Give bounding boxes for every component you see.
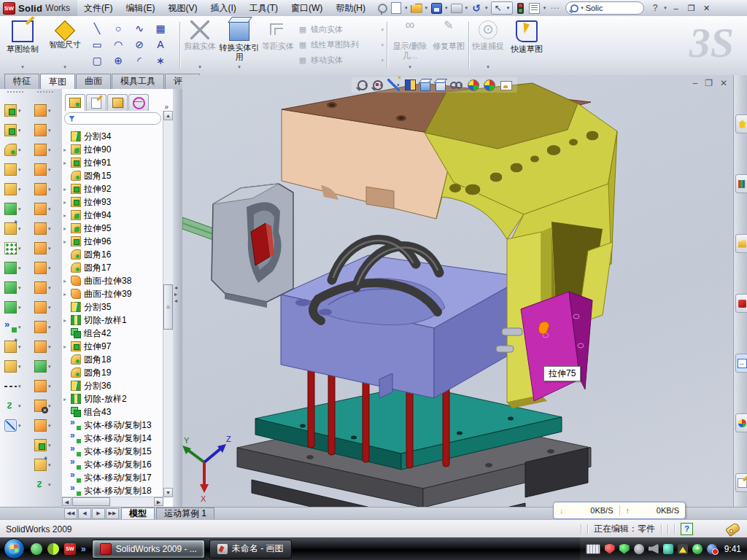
tree-item[interactable]: 实体-移动/复制13 bbox=[63, 419, 161, 432]
feature-tool-button[interactable]: ▾ bbox=[1, 298, 26, 317]
menu-item[interactable]: 窗口(W) bbox=[285, 1, 329, 16]
task-pane-tab[interactable] bbox=[735, 294, 747, 313]
surface-tool-button[interactable]: ▾ bbox=[31, 337, 56, 357]
tree-item[interactable]: 切除-放样2 bbox=[63, 392, 161, 405]
next-tab-button[interactable]: ▶ bbox=[92, 508, 105, 519]
view-tool-button[interactable]: ▾ bbox=[373, 80, 383, 90]
tree-item[interactable]: 拉伸93 bbox=[63, 195, 161, 209]
surface-tool-button[interactable]: ▾ bbox=[31, 258, 56, 278]
tree-item[interactable]: 组合43 bbox=[63, 405, 161, 419]
status-help-icon[interactable]: ? bbox=[681, 523, 693, 535]
surface-tool-button[interactable]: ▾ bbox=[31, 396, 56, 416]
expand-arrow[interactable] bbox=[63, 186, 71, 192]
taskbar-window-button[interactable]: SolidWorks 2009 - ... bbox=[92, 540, 205, 559]
tray-icon[interactable] bbox=[619, 544, 630, 554]
sketch-entity-icon[interactable]: ▢ bbox=[90, 52, 112, 69]
tree-filter-box[interactable] bbox=[64, 112, 161, 125]
feature-tool-button[interactable]: ▾ bbox=[1, 160, 26, 179]
surface-tool-button[interactable]: ▾ bbox=[31, 179, 56, 199]
view-tool-button[interactable]: ▾ bbox=[387, 79, 400, 91]
pattern-stack-item[interactable]: ▦ 移动实体 ▾ bbox=[298, 52, 384, 68]
view-tool-button[interactable]: ▾ bbox=[468, 79, 479, 91]
expand-arrow[interactable] bbox=[63, 147, 71, 153]
surface-tool-button[interactable]: ▾ bbox=[31, 475, 56, 494]
select-tool[interactable]: ↖▾ bbox=[491, 1, 513, 15]
task-pane-tab[interactable] bbox=[735, 354, 747, 373]
last-tab-button[interactable]: ▶▶ bbox=[106, 508, 119, 519]
tree-vertical-scrollbar[interactable]: ▲ ▼ bbox=[163, 111, 173, 497]
tree-item[interactable]: 组合42 bbox=[63, 327, 161, 340]
model-tab[interactable]: 模型 bbox=[121, 508, 155, 519]
feature-tool-button[interactable]: ▾ bbox=[1, 238, 26, 258]
tree-item[interactable]: 曲面-拉伸38 bbox=[63, 274, 161, 287]
sketch-entity-icon[interactable]: ◜ bbox=[133, 52, 154, 69]
feature-tool-button[interactable]: ▾ bbox=[1, 199, 26, 219]
tree-item[interactable]: 拉伸94 bbox=[63, 209, 161, 222]
tree-horizontal-scrollbar[interactable]: ◀ ▶ bbox=[62, 497, 163, 507]
feature-tool-button[interactable]: ▾ bbox=[1, 140, 26, 160]
tree-item[interactable]: 圆角15 bbox=[63, 169, 161, 182]
feature-tool-button[interactable]: ▾ bbox=[1, 219, 26, 238]
sketch-entity-icon[interactable]: ∗ bbox=[154, 52, 175, 69]
expand-arrow[interactable] bbox=[63, 396, 71, 402]
close-button[interactable]: ✕ bbox=[700, 2, 713, 14]
surface-tool-button[interactable]: ▾ bbox=[31, 199, 56, 219]
surface-tool-button[interactable]: ▾ bbox=[31, 160, 56, 179]
scrollbar-thumb[interactable] bbox=[163, 284, 173, 330]
save-icon[interactable] bbox=[430, 2, 442, 14]
scroll-left-button[interactable]: ◀ bbox=[62, 497, 71, 506]
feature-tool-button[interactable]: ▾ bbox=[1, 357, 26, 376]
tree-item[interactable]: 实体-移动/复制16 bbox=[63, 458, 161, 471]
toolbar-drag-handle[interactable] bbox=[7, 91, 23, 98]
feature-tool-button[interactable]: ▾ bbox=[1, 101, 26, 120]
tray-icon[interactable] bbox=[634, 544, 644, 554]
tree-item[interactable]: 分割36 bbox=[63, 379, 161, 392]
featuremanager-tree-tab[interactable] bbox=[65, 94, 85, 111]
search-box[interactable]: ▾ Solic bbox=[565, 1, 644, 15]
scroll-up-button[interactable]: ▲ bbox=[163, 111, 173, 120]
menu-item[interactable]: 工具(T) bbox=[243, 1, 285, 16]
part-core-block[interactable] bbox=[281, 255, 543, 398]
sketch-entity-icon[interactable]: ◠ bbox=[112, 36, 133, 52]
task-pane-tab[interactable] bbox=[735, 114, 747, 133]
display-delete-relations-button[interactable]: ∞ 显示/删除几...▾ bbox=[390, 19, 430, 71]
surface-tool-button[interactable]: ▾ bbox=[31, 219, 56, 238]
expand-arrow[interactable] bbox=[63, 291, 71, 298]
expand-arrow[interactable] bbox=[63, 343, 71, 350]
expand-arrow[interactable] bbox=[63, 225, 71, 232]
tray-icon[interactable] bbox=[692, 544, 703, 554]
tree-item[interactable]: 曲面-拉伸39 bbox=[63, 287, 161, 300]
model-3d-view[interactable]: Y Z X bbox=[182, 75, 733, 507]
child-restore-button[interactable]: ❐ bbox=[705, 78, 713, 88]
sketch-entity-icon[interactable]: ▭ bbox=[90, 36, 112, 52]
tray-icon[interactable] bbox=[605, 544, 615, 554]
tree-item[interactable]: 分割35 bbox=[63, 300, 161, 314]
tree-item[interactable]: 拉伸91 bbox=[63, 156, 161, 169]
task-pane-tab[interactable] bbox=[735, 174, 747, 193]
view-tool-button[interactable]: ▾ bbox=[450, 79, 462, 91]
tree-item[interactable]: 圆角18 bbox=[63, 353, 161, 366]
surface-tool-button[interactable]: ▾ bbox=[31, 416, 56, 435]
quick-launch-messenger-icon[interactable] bbox=[31, 543, 42, 555]
sketch-entity-icon[interactable]: ▦ bbox=[154, 20, 175, 36]
child-close-button[interactable]: ✕ bbox=[720, 78, 727, 88]
quick-launch-security-icon[interactable] bbox=[47, 543, 59, 555]
menu-pin-icon[interactable] bbox=[376, 2, 388, 14]
tray-icon[interactable] bbox=[678, 544, 688, 554]
part-clamp-assembly[interactable] bbox=[182, 184, 293, 308]
surface-tool-button[interactable]: ▾ bbox=[31, 101, 56, 120]
tree-item[interactable]: 拉伸97 bbox=[63, 340, 161, 353]
surface-tool-button[interactable]: ▾ bbox=[31, 376, 56, 396]
expand-arrow[interactable] bbox=[63, 160, 71, 166]
view-tool-button[interactable]: ▾ bbox=[500, 79, 512, 90]
prev-tab-button[interactable]: ◀ bbox=[78, 508, 91, 519]
start-button[interactable] bbox=[4, 538, 25, 559]
command-tab[interactable]: 草图 bbox=[40, 74, 75, 90]
pattern-stack-item[interactable]: ▦ 线性草图阵列 ▾ bbox=[298, 37, 384, 52]
pattern-stack-item[interactable]: ▦ 镜向实体 ▾ bbox=[298, 22, 384, 37]
tree-item[interactable]: 拉伸92 bbox=[63, 182, 161, 195]
splitter-grip[interactable]: ◂▸◂ bbox=[174, 284, 177, 304]
taskbar-window-button[interactable]: 未命名 - 画图 bbox=[209, 540, 292, 559]
tray-icon[interactable] bbox=[649, 544, 659, 554]
tray-icon[interactable] bbox=[663, 544, 673, 554]
